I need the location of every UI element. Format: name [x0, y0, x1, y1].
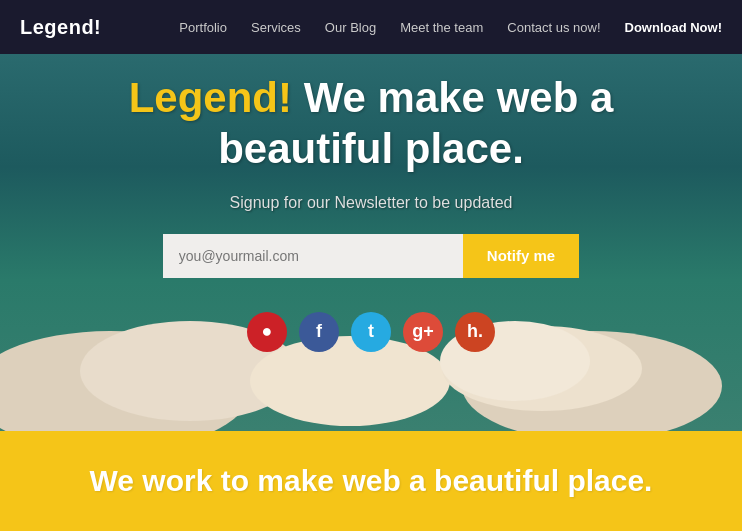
nav-contact[interactable]: Contact us now!: [507, 20, 600, 35]
navigation: Portfolio Services Our Blog Meet the tea…: [179, 20, 722, 35]
googleplus-icon[interactable]: g+: [403, 312, 443, 352]
footer-section: We work to make web a beautiful place.: [0, 431, 742, 531]
footer-title: We work to make web a beautiful place.: [90, 464, 653, 498]
facebook-icon[interactable]: f: [299, 312, 339, 352]
hero-title-highlight: Legend!: [129, 74, 292, 121]
hero-section: Legend! We make web a beautiful place. S…: [0, 54, 742, 431]
nav-team[interactable]: Meet the team: [400, 20, 483, 35]
nav-download[interactable]: Download Now!: [625, 20, 723, 35]
hero-content: Legend! We make web a beautiful place. S…: [0, 73, 742, 308]
email-form: Notify me: [40, 234, 702, 278]
hackernews-icon[interactable]: h.: [455, 312, 495, 352]
social-icons: ● f t g+ h.: [247, 312, 495, 352]
header: Legend! Portfolio Services Our Blog Meet…: [0, 0, 742, 54]
email-input[interactable]: [163, 234, 463, 278]
hero-subtitle: Signup for our Newsletter to be updated: [40, 194, 702, 212]
nav-portfolio[interactable]: Portfolio: [179, 20, 227, 35]
pinterest-icon[interactable]: ●: [247, 312, 287, 352]
twitter-icon[interactable]: t: [351, 312, 391, 352]
nav-blog[interactable]: Our Blog: [325, 20, 376, 35]
notify-button[interactable]: Notify me: [463, 234, 579, 278]
logo: Legend!: [20, 16, 101, 39]
nav-services[interactable]: Services: [251, 20, 301, 35]
hero-title: Legend! We make web a beautiful place.: [40, 73, 702, 174]
